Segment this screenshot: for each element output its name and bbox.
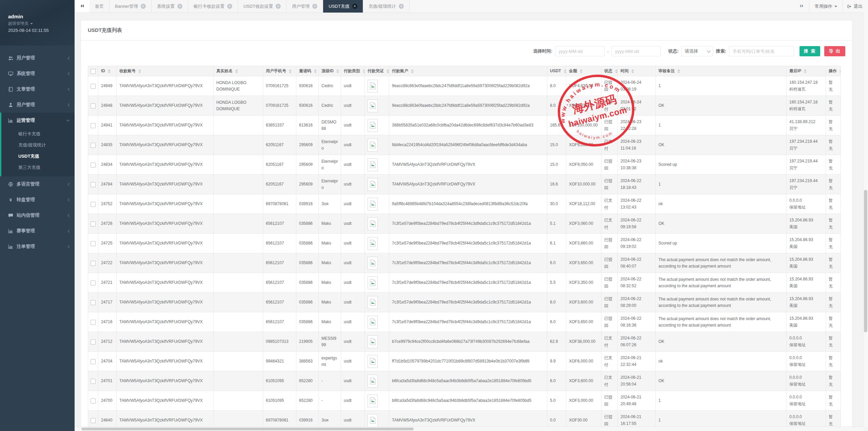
tab-Banner管理[interactable]: Banner管理 × bbox=[110, 0, 152, 13]
payment-voucher-thumbnail[interactable] bbox=[368, 217, 378, 230]
sidebar-item-operation-mgmt[interactable]: 运营管理 bbox=[1, 113, 75, 128]
vertical-scrollbar[interactable] bbox=[863, 13, 868, 427]
sidebar-item-wheel-mgmt[interactable]: ¥ 转盘管理 bbox=[0, 192, 75, 208]
common-actions-dropdown[interactable]: 常用操作 bbox=[809, 0, 843, 13]
row-checkbox[interactable] bbox=[91, 202, 96, 207]
sidebar-item-user-mgmt-2[interactable]: 用户管理 bbox=[0, 97, 75, 113]
select-all-checkbox[interactable] bbox=[91, 69, 96, 74]
sidebar-subitem-银行卡充值[interactable]: 银行卡充值 bbox=[1, 128, 75, 139]
double-left-icon bbox=[80, 3, 84, 9]
tab-close-icon[interactable]: × bbox=[312, 4, 317, 9]
vertical-scrollbar-thumb[interactable] bbox=[864, 190, 867, 332]
sort-icon[interactable] bbox=[235, 69, 238, 73]
horizontal-scrollbar-thumb[interactable] bbox=[81, 428, 414, 430]
sort-icon[interactable] bbox=[804, 69, 807, 73]
tabs-scroll-right-button[interactable] bbox=[794, 3, 809, 9]
payment-voucher-thumbnail[interactable] bbox=[368, 178, 378, 191]
sort-icon[interactable] bbox=[564, 69, 566, 73]
tab-银行卡收款设置[interactable]: 银行卡收款设置 × bbox=[188, 0, 238, 13]
sidebar-subitem-USDT充值[interactable]: USDT充值 bbox=[1, 151, 75, 162]
row-checkbox[interactable] bbox=[91, 320, 96, 325]
sidebar-item-match-mgmt[interactable]: 赛事管理 bbox=[0, 223, 75, 239]
tab-close-icon[interactable]: × bbox=[141, 4, 146, 9]
sort-icon[interactable] bbox=[336, 69, 339, 73]
sidebar-subitem-充值/提现统计[interactable]: 充值/提现统计 bbox=[1, 139, 75, 151]
sort-icon[interactable] bbox=[580, 69, 583, 73]
tab-close-icon[interactable]: × bbox=[177, 4, 182, 9]
row-checkbox[interactable] bbox=[91, 418, 96, 423]
sidebar-item-article-mgmt[interactable]: 文章管理 bbox=[0, 81, 75, 97]
tab-close-icon[interactable]: × bbox=[352, 4, 357, 9]
sidebar-item-multilang-mgmt[interactable]: 多语言管理 bbox=[0, 176, 75, 192]
sort-icon[interactable] bbox=[363, 69, 364, 73]
payment-voucher-thumbnail[interactable] bbox=[368, 355, 378, 368]
row-checkbox[interactable] bbox=[91, 182, 96, 187]
payment-voucher-thumbnail[interactable] bbox=[368, 139, 378, 152]
sort-icon[interactable] bbox=[677, 69, 680, 73]
tab-close-icon[interactable]: × bbox=[227, 4, 232, 9]
search-input[interactable] bbox=[729, 46, 794, 56]
tab-USDT收款设置[interactable]: USDT收款设置 × bbox=[238, 0, 287, 13]
user-role-dropdown[interactable]: 超级管理员 bbox=[8, 21, 75, 26]
row-checkbox[interactable] bbox=[91, 103, 96, 109]
sort-icon[interactable] bbox=[108, 69, 111, 73]
row-checkbox[interactable] bbox=[91, 123, 96, 128]
tab-首页[interactable]: 首页 bbox=[90, 0, 110, 13]
sidebar-item-mail-mgmt[interactable]: 站内信管理 bbox=[0, 208, 75, 223]
payment-voucher-thumbnail[interactable] bbox=[368, 237, 378, 250]
payment-voucher-thumbnail[interactable] bbox=[368, 158, 378, 171]
sort-icon[interactable] bbox=[840, 69, 841, 73]
logout-button[interactable]: 退出 bbox=[843, 0, 868, 13]
row-checkbox[interactable] bbox=[91, 280, 96, 286]
row-checkbox[interactable] bbox=[91, 339, 96, 345]
date-to-input[interactable] bbox=[611, 46, 661, 56]
tab-label: USDT充值 bbox=[329, 3, 349, 9]
cell-last-ip: 15.204.86.93 美国 bbox=[787, 234, 826, 253]
row-checkbox[interactable] bbox=[91, 379, 96, 384]
sidebar-item-user-mgmt-1[interactable]: 用户管理 bbox=[0, 50, 75, 66]
export-button[interactable]: 导 出 bbox=[824, 46, 845, 56]
payment-voucher-thumbnail[interactable] bbox=[368, 335, 378, 348]
payment-voucher-thumbnail[interactable] bbox=[368, 99, 378, 112]
status-select[interactable]: 请选择 bbox=[681, 46, 713, 56]
tab-系统设置[interactable]: 系统设置 × bbox=[152, 0, 188, 13]
search-button[interactable]: 搜 索 bbox=[800, 46, 821, 56]
tab-充值/提现统计[interactable]: 充值/提现统计 × bbox=[363, 0, 410, 13]
sort-icon[interactable] bbox=[615, 69, 617, 73]
date-from-input[interactable] bbox=[555, 46, 605, 56]
payment-voucher-thumbnail[interactable] bbox=[368, 394, 378, 407]
row-checkbox[interactable] bbox=[91, 241, 96, 246]
row-checkbox[interactable] bbox=[91, 359, 96, 364]
row-checkbox[interactable] bbox=[91, 261, 96, 266]
sort-icon[interactable] bbox=[289, 69, 292, 73]
sidebar-item-bet-mgmt[interactable]: 注单管理 bbox=[0, 239, 75, 254]
payment-voucher-thumbnail[interactable] bbox=[368, 414, 378, 427]
tabs-scroll-left-button[interactable] bbox=[75, 0, 90, 13]
sort-icon[interactable] bbox=[387, 69, 389, 73]
sort-icon[interactable] bbox=[631, 69, 634, 73]
payment-voucher-thumbnail[interactable] bbox=[368, 257, 378, 270]
tab-close-icon[interactable]: × bbox=[399, 4, 404, 9]
row-checkbox[interactable] bbox=[91, 84, 96, 89]
row-checkbox[interactable] bbox=[91, 143, 96, 148]
sidebar-item-system-mgmt[interactable]: 系统管理 bbox=[0, 66, 75, 81]
sort-icon[interactable] bbox=[411, 69, 414, 73]
sidebar-subitem-第三方充值[interactable]: 第三方充值 bbox=[1, 162, 75, 173]
tab-用户管理[interactable]: 用户管理 × bbox=[287, 0, 323, 13]
payment-voucher-thumbnail[interactable] bbox=[368, 198, 378, 211]
sort-icon[interactable] bbox=[314, 69, 317, 73]
row-checkbox[interactable] bbox=[91, 300, 96, 305]
sort-icon[interactable] bbox=[138, 69, 141, 73]
row-checkbox[interactable] bbox=[91, 398, 96, 404]
payment-voucher-thumbnail[interactable] bbox=[368, 296, 378, 309]
payment-voucher-thumbnail[interactable] bbox=[368, 375, 378, 388]
row-checkbox[interactable] bbox=[91, 221, 96, 227]
horizontal-scrollbar[interactable] bbox=[75, 427, 863, 431]
payment-voucher-thumbnail[interactable] bbox=[368, 119, 378, 132]
payment-voucher-thumbnail[interactable] bbox=[368, 80, 378, 93]
tab-close-icon[interactable]: × bbox=[276, 4, 281, 9]
row-checkbox[interactable] bbox=[91, 162, 96, 168]
payment-voucher-thumbnail[interactable] bbox=[368, 276, 378, 289]
tab-USDT充值[interactable]: USDT充值 × bbox=[323, 0, 363, 13]
payment-voucher-thumbnail[interactable] bbox=[368, 316, 378, 329]
